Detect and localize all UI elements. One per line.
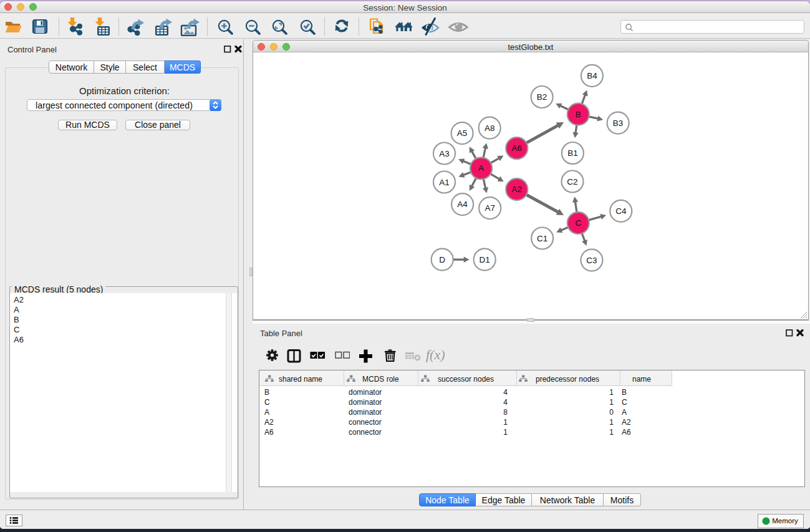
svg-text:D1: D1 — [480, 255, 490, 264]
svg-text:B: B — [576, 110, 581, 119]
svg-text:A3: A3 — [439, 149, 450, 158]
svg-text:B2: B2 — [537, 92, 547, 102]
svg-text:A: A — [478, 163, 484, 173]
svg-text:C: C — [575, 218, 581, 228]
svg-text:C3: C3 — [586, 256, 597, 265]
svg-text:A6: A6 — [512, 143, 523, 153]
svg-text:A4: A4 — [457, 200, 468, 209]
svg-text:A1: A1 — [439, 178, 450, 187]
svg-text:C1: C1 — [537, 234, 547, 243]
svg-text:A5: A5 — [457, 128, 468, 138]
svg-text:A7: A7 — [485, 203, 495, 213]
svg-text:C4: C4 — [615, 206, 627, 216]
svg-text:B4: B4 — [587, 71, 597, 80]
svg-text:A2: A2 — [512, 185, 523, 194]
svg-text:C2: C2 — [567, 177, 577, 186]
svg-text:B3: B3 — [613, 118, 624, 128]
svg-text:D: D — [439, 255, 445, 264]
svg-text:A8: A8 — [485, 123, 495, 133]
svg-text:B1: B1 — [567, 148, 578, 158]
